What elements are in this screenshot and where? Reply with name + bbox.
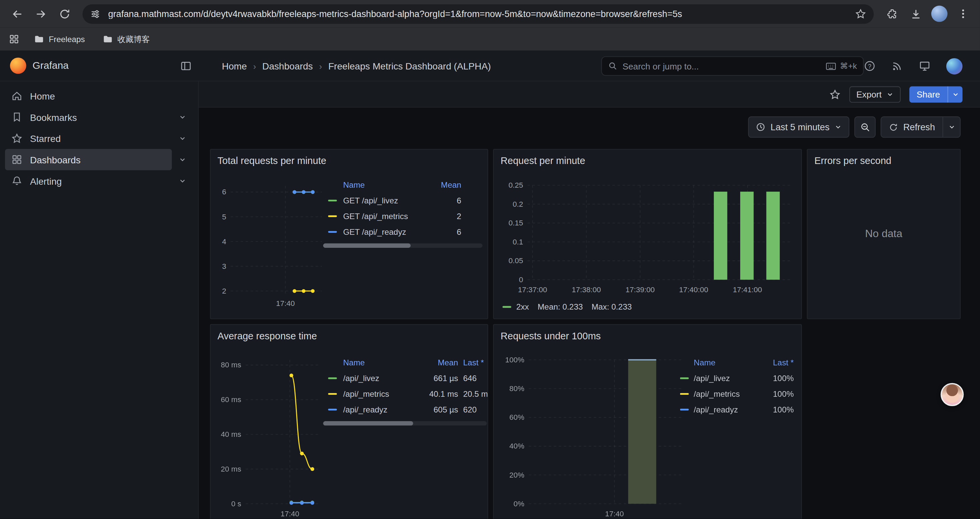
panel-title[interactable]: Requests under 100ms (494, 325, 801, 342)
panel-requests-under-100ms: Requests under 100ms 100%80%60%40%20%0%1… (493, 324, 802, 519)
svg-text:17:41:00: 17:41:00 (733, 286, 762, 294)
refresh-button[interactable]: Refresh (881, 117, 942, 137)
series-color-swatch (680, 393, 689, 395)
svg-text:0.2: 0.2 (513, 200, 523, 208)
legend-row: GET /api/_metrics 2 (323, 208, 483, 224)
user-avatar[interactable] (946, 58, 963, 74)
legend-inline: 2xx Mean: 0.233 Max: 0.233 (502, 302, 632, 311)
downloads-icon[interactable] (905, 3, 926, 24)
star-icon (11, 133, 23, 144)
panel-title[interactable]: Average response time (210, 325, 487, 342)
legend-col-name[interactable]: Name (694, 358, 756, 367)
series-name[interactable]: /api/_livez (343, 374, 418, 383)
series-last: 100% (756, 374, 794, 383)
average-response-time-chart: 80 ms60 ms40 ms20 ms0 s17:40 (215, 352, 323, 519)
news-rss-icon[interactable] (891, 60, 903, 72)
svg-text:5: 5 (222, 213, 226, 221)
export-button[interactable]: Export (850, 86, 900, 102)
series-name[interactable]: 2xx (516, 302, 529, 311)
refresh-controls: Refresh (881, 117, 960, 138)
legend-table: Name Mean GET /api/_livez 6 GET /api/_me… (323, 177, 483, 240)
legend-scrollbar[interactable] (323, 421, 487, 425)
panel-title[interactable]: Total requests per minute (210, 150, 487, 167)
help-icon[interactable]: ? (864, 60, 876, 72)
series-mean: 2 (423, 211, 461, 221)
sidebar-item-bookmarks[interactable]: Bookmarks (5, 107, 193, 128)
panel-title[interactable]: Request per minute (494, 150, 801, 167)
series-mean: Mean: 0.233 (538, 302, 583, 311)
series-name[interactable]: GET /api/_metrics (343, 211, 423, 221)
bookmarks-bar: Freeleaps 收藏博客 (0, 27, 980, 50)
series-color-swatch (328, 409, 337, 411)
grafana-logo[interactable] (10, 57, 26, 74)
clock-icon (756, 122, 765, 132)
url-bar[interactable]: grafana.mathmast.com/d/deytv4rwavabkb/fr… (83, 4, 873, 23)
bookmark-folder-blog[interactable]: 收藏博客 (97, 32, 156, 47)
chevron-down-icon[interactable] (172, 155, 193, 164)
back-icon[interactable] (6, 3, 28, 24)
legend-row: GET /api/_readyz 6 (323, 224, 483, 240)
series-name[interactable]: /api/_readyz (694, 405, 756, 414)
chevron-down-icon[interactable] (172, 176, 193, 185)
legend-col-name[interactable]: Name (343, 358, 418, 367)
svg-text:0: 0 (519, 276, 523, 284)
scrollbar-thumb[interactable] (323, 421, 413, 425)
bookmark-folder-freeleaps[interactable]: Freeleaps (28, 32, 91, 46)
legend-row: /api/_metrics 100% (680, 386, 794, 402)
sidebar-item-home[interactable]: Home (5, 85, 193, 107)
legend-row: GET /api/_livez 6 (323, 193, 483, 208)
time-range-picker[interactable]: Last 5 minutes (748, 117, 850, 138)
svg-text:17:38:00: 17:38:00 (572, 286, 601, 294)
profile-avatar[interactable] (931, 6, 948, 22)
series-mean: 6 (423, 227, 461, 236)
legend-col-last[interactable]: Last * (463, 358, 488, 367)
bookmark-star-icon[interactable] (855, 8, 866, 19)
reload-icon[interactable] (54, 3, 75, 24)
forward-icon[interactable] (30, 3, 51, 24)
legend-scrollbar[interactable] (323, 243, 483, 248)
legend-header: Name Mean Last * (323, 355, 488, 370)
legend-table: Name Last * /api/_livez 100% /api/_metri… (680, 355, 794, 417)
sidebar-item-alerting[interactable]: Alerting (5, 170, 193, 192)
share-button[interactable]: Share (909, 86, 963, 102)
legend-col-mean[interactable]: Mean (423, 180, 461, 190)
series-color-swatch (328, 393, 337, 395)
search-input[interactable]: Search or jump to... ⌘+k (601, 56, 864, 76)
favorite-star-icon[interactable] (830, 88, 841, 100)
sidebar-item-dashboards[interactable]: Dashboards (5, 149, 193, 170)
series-name[interactable]: GET /api/_readyz (343, 227, 423, 236)
sidebar-toggle-icon[interactable] (180, 60, 192, 72)
refresh-interval-caret[interactable] (943, 117, 960, 137)
svg-text:6: 6 (222, 188, 226, 196)
zoom-out-button[interactable] (854, 117, 876, 138)
legend-row: /api/_metrics 40.1 ms 20.5 ms (323, 386, 488, 402)
scrollbar-thumb[interactable] (323, 243, 411, 248)
chevron-down-icon[interactable] (172, 113, 193, 121)
extensions-icon[interactable] (881, 3, 903, 24)
sidebar-item-starred[interactable]: Starred (5, 128, 193, 149)
legend-col-mean[interactable]: Mean (418, 358, 458, 367)
series-name[interactable]: /api/_livez (694, 374, 756, 383)
legend-col-last[interactable]: Last * (756, 358, 794, 367)
legend-col-name[interactable]: Name (343, 180, 423, 190)
legend-header: Name Last * (680, 355, 794, 370)
series-color-swatch (328, 216, 337, 217)
series-name[interactable]: /api/_readyz (343, 405, 418, 414)
browser-toolbar: grafana.mathmast.com/d/deytv4rwavabkb/fr… (0, 0, 980, 27)
series-name[interactable]: /api/_metrics (343, 389, 418, 398)
chevron-down-icon (835, 123, 842, 131)
browser-menu-icon[interactable] (953, 3, 974, 24)
breadcrumb-dashboards[interactable]: Dashboards (262, 61, 313, 72)
share-menu-caret[interactable] (948, 86, 963, 102)
monitor-icon[interactable] (919, 60, 931, 72)
chevron-down-icon[interactable] (172, 134, 193, 143)
series-name[interactable]: GET /api/_livez (343, 196, 423, 205)
breadcrumb-current: Freeleaps Metrics Dashboard (ALPHA) (328, 61, 491, 72)
breadcrumb: Home › Dashboards › Freeleaps Metrics Da… (222, 51, 491, 81)
grafana-top-nav: Grafana Home › Dashboards › Freeleaps Me… (0, 51, 980, 81)
breadcrumb-home[interactable]: Home (222, 61, 247, 72)
site-settings-icon[interactable] (90, 8, 101, 19)
series-name[interactable]: /api/_metrics (694, 389, 756, 398)
apps-grid-icon[interactable] (9, 34, 19, 45)
assistant-avatar[interactable] (941, 383, 964, 406)
